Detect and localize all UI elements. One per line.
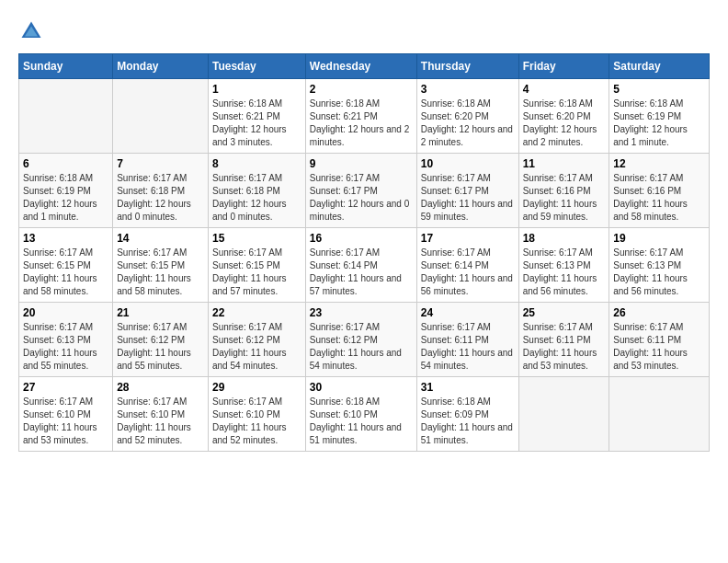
day-number: 2	[310, 83, 413, 96]
day-number: 13	[23, 232, 108, 245]
calendar-cell: 22Sunrise: 6:17 AM Sunset: 6:12 PM Dayli…	[209, 303, 306, 377]
day-number: 22	[212, 306, 301, 319]
calendar-cell: 13Sunrise: 6:17 AM Sunset: 6:15 PM Dayli…	[19, 228, 113, 303]
calendar-cell: 29Sunrise: 6:17 AM Sunset: 6:10 PM Dayli…	[209, 377, 306, 452]
header-cell-friday: Friday	[518, 54, 609, 79]
day-info: Sunrise: 6:17 AM Sunset: 6:16 PM Dayligh…	[613, 172, 705, 224]
day-info: Sunrise: 6:17 AM Sunset: 6:17 PM Dayligh…	[310, 172, 413, 224]
day-number: 19	[613, 232, 705, 245]
day-number: 14	[117, 232, 204, 245]
calendar-cell: 12Sunrise: 6:17 AM Sunset: 6:16 PM Dayli…	[609, 154, 710, 228]
day-info: Sunrise: 6:17 AM Sunset: 6:17 PM Dayligh…	[421, 172, 515, 224]
calendar-cell: 28Sunrise: 6:17 AM Sunset: 6:10 PM Dayli…	[113, 377, 209, 452]
calendar-cell: 24Sunrise: 6:17 AM Sunset: 6:11 PM Dayli…	[416, 303, 518, 377]
day-number: 23	[310, 306, 413, 319]
day-info: Sunrise: 6:17 AM Sunset: 6:11 PM Dayligh…	[421, 321, 515, 373]
calendar-table: SundayMondayTuesdayWednesdayThursdayFrid…	[18, 53, 710, 452]
day-info: Sunrise: 6:17 AM Sunset: 6:11 PM Dayligh…	[523, 321, 606, 373]
header-cell-thursday: Thursday	[416, 54, 518, 79]
calendar-cell	[609, 377, 710, 452]
day-info: Sunrise: 6:17 AM Sunset: 6:14 PM Dayligh…	[421, 247, 515, 298]
day-info: Sunrise: 6:17 AM Sunset: 6:10 PM Dayligh…	[117, 396, 204, 447]
day-number: 16	[310, 232, 413, 245]
day-number: 6	[23, 157, 108, 170]
calendar-cell: 21Sunrise: 6:17 AM Sunset: 6:12 PM Dayli…	[113, 303, 209, 377]
logo	[18, 18, 48, 44]
day-info: Sunrise: 6:17 AM Sunset: 6:18 PM Dayligh…	[212, 172, 301, 224]
day-number: 20	[23, 306, 108, 319]
day-number: 25	[523, 306, 606, 319]
calendar-cell: 1Sunrise: 6:18 AM Sunset: 6:21 PM Daylig…	[209, 79, 306, 154]
day-info: Sunrise: 6:17 AM Sunset: 6:12 PM Dayligh…	[212, 321, 301, 373]
header-cell-monday: Monday	[113, 54, 209, 79]
calendar-cell: 15Sunrise: 6:17 AM Sunset: 6:15 PM Dayli…	[209, 228, 306, 303]
day-info: Sunrise: 6:17 AM Sunset: 6:12 PM Dayligh…	[117, 321, 204, 373]
day-number: 17	[421, 232, 515, 245]
day-number: 5	[613, 83, 705, 96]
day-number: 24	[421, 306, 515, 319]
day-number: 27	[23, 381, 108, 394]
day-number: 18	[523, 232, 606, 245]
day-info: Sunrise: 6:18 AM Sunset: 6:10 PM Dayligh…	[310, 396, 413, 447]
day-number: 29	[212, 381, 301, 394]
calendar-cell: 16Sunrise: 6:17 AM Sunset: 6:14 PM Dayli…	[305, 228, 416, 303]
day-number: 30	[310, 381, 413, 394]
calendar-row: 13Sunrise: 6:17 AM Sunset: 6:15 PM Dayli…	[19, 228, 710, 303]
day-number: 21	[117, 306, 204, 319]
calendar-cell: 26Sunrise: 6:17 AM Sunset: 6:11 PM Dayli…	[609, 303, 710, 377]
calendar-header: SundayMondayTuesdayWednesdayThursdayFrid…	[19, 54, 710, 79]
calendar-cell: 18Sunrise: 6:17 AM Sunset: 6:13 PM Dayli…	[518, 228, 609, 303]
calendar-cell: 27Sunrise: 6:17 AM Sunset: 6:10 PM Dayli…	[19, 377, 113, 452]
day-info: Sunrise: 6:18 AM Sunset: 6:21 PM Dayligh…	[310, 98, 413, 149]
day-info: Sunrise: 6:17 AM Sunset: 6:15 PM Dayligh…	[23, 247, 108, 298]
header-cell-sunday: Sunday	[19, 54, 113, 79]
day-info: Sunrise: 6:17 AM Sunset: 6:13 PM Dayligh…	[613, 247, 705, 298]
calendar-cell: 6Sunrise: 6:18 AM Sunset: 6:19 PM Daylig…	[19, 154, 113, 228]
calendar-cell: 14Sunrise: 6:17 AM Sunset: 6:15 PM Dayli…	[113, 228, 209, 303]
day-number: 15	[212, 232, 301, 245]
calendar-cell: 31Sunrise: 6:18 AM Sunset: 6:09 PM Dayli…	[416, 377, 518, 452]
calendar-cell: 7Sunrise: 6:17 AM Sunset: 6:18 PM Daylig…	[113, 154, 209, 228]
day-info: Sunrise: 6:17 AM Sunset: 6:15 PM Dayligh…	[212, 247, 301, 298]
logo-icon	[18, 18, 44, 44]
day-number: 9	[310, 157, 413, 170]
day-number: 10	[421, 157, 515, 170]
calendar-cell: 2Sunrise: 6:18 AM Sunset: 6:21 PM Daylig…	[305, 79, 416, 154]
day-number: 3	[421, 83, 515, 96]
calendar-cell: 9Sunrise: 6:17 AM Sunset: 6:17 PM Daylig…	[305, 154, 416, 228]
calendar-cell: 5Sunrise: 6:18 AM Sunset: 6:19 PM Daylig…	[609, 79, 710, 154]
header-cell-wednesday: Wednesday	[305, 54, 416, 79]
calendar-row: 27Sunrise: 6:17 AM Sunset: 6:10 PM Dayli…	[19, 377, 710, 452]
day-number: 31	[421, 381, 515, 394]
calendar-cell: 30Sunrise: 6:18 AM Sunset: 6:10 PM Dayli…	[305, 377, 416, 452]
day-info: Sunrise: 6:18 AM Sunset: 6:19 PM Dayligh…	[23, 172, 108, 224]
calendar-row: 1Sunrise: 6:18 AM Sunset: 6:21 PM Daylig…	[19, 79, 710, 154]
calendar-cell: 3Sunrise: 6:18 AM Sunset: 6:20 PM Daylig…	[416, 79, 518, 154]
calendar-row: 6Sunrise: 6:18 AM Sunset: 6:19 PM Daylig…	[19, 154, 710, 228]
calendar-cell: 20Sunrise: 6:17 AM Sunset: 6:13 PM Dayli…	[19, 303, 113, 377]
calendar-cell	[19, 79, 113, 154]
calendar-cell: 23Sunrise: 6:17 AM Sunset: 6:12 PM Dayli…	[305, 303, 416, 377]
day-info: Sunrise: 6:17 AM Sunset: 6:10 PM Dayligh…	[212, 396, 301, 447]
header-cell-tuesday: Tuesday	[209, 54, 306, 79]
day-info: Sunrise: 6:17 AM Sunset: 6:18 PM Dayligh…	[117, 172, 204, 224]
day-info: Sunrise: 6:18 AM Sunset: 6:09 PM Dayligh…	[421, 396, 515, 447]
day-info: Sunrise: 6:18 AM Sunset: 6:20 PM Dayligh…	[421, 98, 515, 149]
day-info: Sunrise: 6:18 AM Sunset: 6:21 PM Dayligh…	[212, 98, 301, 149]
day-info: Sunrise: 6:17 AM Sunset: 6:15 PM Dayligh…	[117, 247, 204, 298]
calendar-body: 1Sunrise: 6:18 AM Sunset: 6:21 PM Daylig…	[19, 79, 710, 452]
day-number: 12	[613, 157, 705, 170]
day-number: 11	[523, 157, 606, 170]
calendar-cell: 10Sunrise: 6:17 AM Sunset: 6:17 PM Dayli…	[416, 154, 518, 228]
day-info: Sunrise: 6:17 AM Sunset: 6:10 PM Dayligh…	[23, 396, 108, 447]
day-info: Sunrise: 6:17 AM Sunset: 6:13 PM Dayligh…	[23, 321, 108, 373]
header-row: SundayMondayTuesdayWednesdayThursdayFrid…	[19, 54, 710, 79]
calendar-cell: 25Sunrise: 6:17 AM Sunset: 6:11 PM Dayli…	[518, 303, 609, 377]
calendar-cell: 19Sunrise: 6:17 AM Sunset: 6:13 PM Dayli…	[609, 228, 710, 303]
day-number: 1	[212, 83, 301, 96]
calendar-cell: 4Sunrise: 6:18 AM Sunset: 6:20 PM Daylig…	[518, 79, 609, 154]
calendar-cell: 8Sunrise: 6:17 AM Sunset: 6:18 PM Daylig…	[209, 154, 306, 228]
day-info: Sunrise: 6:18 AM Sunset: 6:20 PM Dayligh…	[523, 98, 606, 149]
day-info: Sunrise: 6:17 AM Sunset: 6:12 PM Dayligh…	[310, 321, 413, 373]
day-info: Sunrise: 6:17 AM Sunset: 6:13 PM Dayligh…	[523, 247, 606, 298]
